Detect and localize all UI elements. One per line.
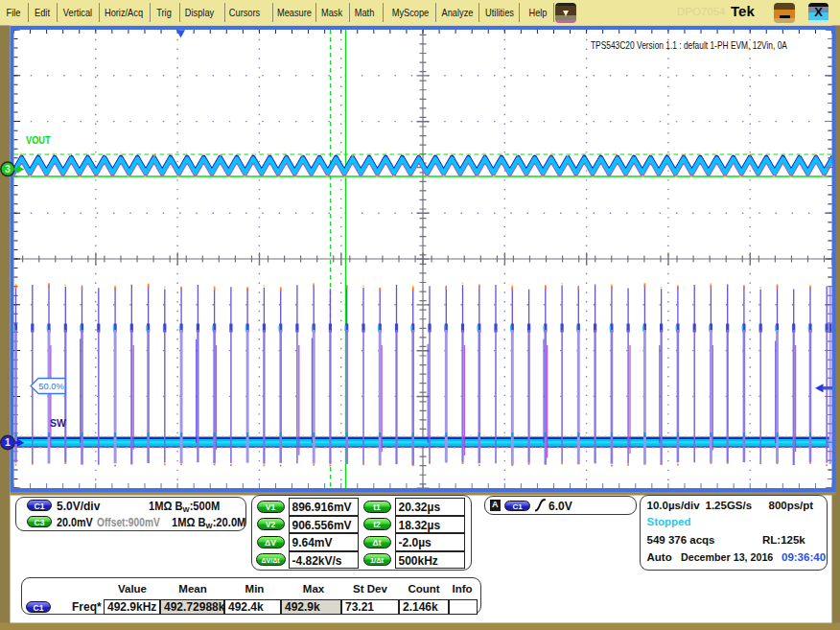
- svg-text:1: 1: [5, 436, 11, 448]
- svg-text:50.0%: 50.0%: [38, 382, 63, 391]
- svg-text:VOUT: VOUT: [26, 134, 51, 146]
- svg-text:SW: SW: [50, 417, 66, 429]
- svg-text:3: 3: [5, 163, 11, 175]
- svg-text:TPS543C20 Version 1.1 : defaul: TPS543C20 Version 1.1 : default 1-PH EVM…: [591, 41, 788, 52]
